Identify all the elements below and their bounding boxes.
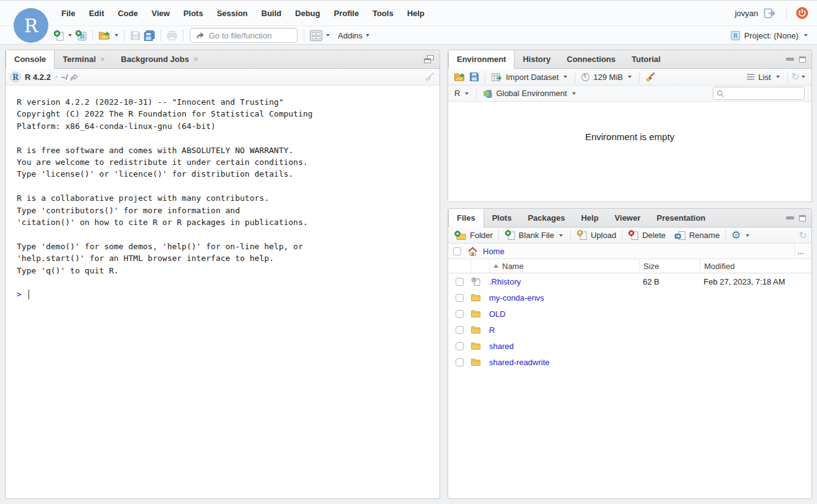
refresh-caret-icon[interactable] xyxy=(802,76,805,78)
select-all-checkbox[interactable] xyxy=(453,247,461,255)
addins-button[interactable]: Addins xyxy=(337,31,364,40)
environment-search-input[interactable] xyxy=(726,89,795,98)
new-file-icon[interactable] xyxy=(52,28,66,43)
username-label: jovyan xyxy=(735,9,758,18)
goto-file-search[interactable] xyxy=(190,28,298,43)
goto-file-input[interactable] xyxy=(209,31,289,40)
project-selector[interactable]: R Project: (None) xyxy=(730,30,810,41)
file-checkbox[interactable] xyxy=(456,326,464,334)
file-checkbox[interactable] xyxy=(456,310,464,318)
maximize-icon[interactable] xyxy=(799,215,806,221)
file-modified: Feb 27, 2023, 7:18 AM xyxy=(700,277,811,286)
folder-link[interactable]: shared-readwrite xyxy=(489,358,550,367)
folder-link[interactable]: R xyxy=(489,325,495,335)
tab-files[interactable]: Files xyxy=(448,209,484,228)
tab-packages[interactable]: Packages xyxy=(519,209,573,227)
file-checkbox[interactable] xyxy=(456,358,464,366)
upload-button[interactable]: Upload xyxy=(575,230,618,241)
tab-background-jobs-close-icon[interactable]: × xyxy=(193,55,198,64)
new-project-icon[interactable]: R xyxy=(74,28,89,43)
refresh-files-icon[interactable]: ↻ xyxy=(799,231,807,241)
new-file-caret-icon[interactable] xyxy=(68,34,72,37)
menu-plots[interactable]: Plots xyxy=(177,9,210,18)
menu-view[interactable]: View xyxy=(144,9,176,18)
tab-terminal-close-icon[interactable]: × xyxy=(100,55,105,64)
menu-debug[interactable]: Debug xyxy=(288,9,327,18)
memory-usage-button[interactable]: 129 MiB xyxy=(579,73,635,82)
menu-profile[interactable]: Profile xyxy=(327,9,365,18)
tab-tutorial[interactable]: Tutorial xyxy=(624,50,669,68)
save-icon xyxy=(128,28,142,43)
tab-help[interactable]: Help xyxy=(573,209,606,227)
dot-separator: · xyxy=(55,71,58,82)
logout-icon[interactable] xyxy=(764,8,777,19)
menu-help[interactable]: Help xyxy=(400,9,431,18)
folder-link[interactable]: my-conda-envs xyxy=(489,293,544,303)
file-checkbox[interactable] xyxy=(456,278,464,286)
refresh-environment-icon[interactable]: ↻ xyxy=(792,72,800,82)
console-prompt[interactable]: > xyxy=(17,288,439,300)
language-selector[interactable]: R xyxy=(453,89,472,98)
files-breadcrumb-row: Home ... xyxy=(448,244,811,259)
more-file-commands-button[interactable]: ⚙ xyxy=(730,230,753,241)
menu-session[interactable]: Session xyxy=(210,9,255,18)
new-folder-label: Folder xyxy=(470,231,493,240)
rename-button[interactable]: Rename xyxy=(673,231,722,241)
menu-edit[interactable]: Edit xyxy=(82,9,111,18)
save-workspace-icon[interactable] xyxy=(467,69,481,84)
power-button-icon[interactable] xyxy=(796,7,808,19)
list-view-icon xyxy=(746,73,755,81)
tab-presentation[interactable]: Presentation xyxy=(648,209,713,227)
file-checkbox[interactable] xyxy=(456,342,464,350)
files-tabstrip: Files Plots Packages Help Viewer Present… xyxy=(448,209,811,228)
delete-button[interactable]: Delete xyxy=(626,230,668,241)
blank-file-button[interactable]: Blank File xyxy=(503,230,567,241)
rename-label: Rename xyxy=(689,231,720,240)
menu-tools[interactable]: Tools xyxy=(366,9,400,18)
tab-environment[interactable]: Environment xyxy=(448,50,514,69)
environment-search[interactable] xyxy=(713,87,805,100)
minimize-icon[interactable] xyxy=(786,58,794,61)
tab-plots[interactable]: Plots xyxy=(484,209,520,227)
minimize-icon[interactable] xyxy=(786,216,794,219)
folder-link[interactable]: shared xyxy=(489,342,514,351)
environment-scope-selector[interactable]: Global Environment xyxy=(480,89,579,99)
maximize-restore-icon[interactable] xyxy=(424,55,434,63)
tab-terminal[interactable]: Terminal× xyxy=(55,50,113,68)
import-dataset-button[interactable]: Import Dataset xyxy=(489,73,571,82)
memory-gauge-icon xyxy=(581,73,590,82)
menu-code[interactable]: Code xyxy=(111,9,145,18)
tab-viewer[interactable]: Viewer xyxy=(607,209,649,227)
toolbar-separator xyxy=(161,30,161,42)
addins-grid-caret-icon[interactable] xyxy=(326,34,330,37)
column-header-name[interactable]: Name xyxy=(489,259,639,273)
save-all-icon[interactable] xyxy=(142,28,157,43)
new-folder-button[interactable]: Folder xyxy=(453,231,495,241)
menu-file[interactable]: File xyxy=(55,9,82,18)
files-panel: Files Plots Packages Help Viewer Present… xyxy=(448,208,812,499)
column-header-modified[interactable]: Modified xyxy=(700,259,811,273)
maximize-icon[interactable] xyxy=(799,56,806,63)
menu-build[interactable]: Build xyxy=(255,9,289,18)
column-header-size[interactable]: Size xyxy=(639,259,700,273)
addins-caret-icon[interactable] xyxy=(366,34,369,37)
tab-connections[interactable]: Connections xyxy=(559,50,624,68)
open-file-icon[interactable] xyxy=(97,28,113,43)
more-columns-button[interactable]: ... xyxy=(794,244,806,259)
load-workspace-icon[interactable] xyxy=(453,69,467,84)
tab-background-jobs[interactable]: Background Jobs× xyxy=(113,50,206,68)
view-mode-selector[interactable]: List xyxy=(744,73,783,82)
tab-history[interactable]: History xyxy=(514,50,559,68)
clear-objects-icon[interactable] xyxy=(643,69,657,84)
clear-console-icon[interactable] xyxy=(424,72,435,82)
breadcrumb-home-link[interactable]: Home xyxy=(483,247,505,256)
folder-link[interactable]: OLD xyxy=(489,309,506,319)
memory-usage-label: 129 MiB xyxy=(593,73,623,82)
addins-grid-icon[interactable] xyxy=(308,28,324,43)
toolbar-separator xyxy=(622,229,622,241)
file-link[interactable]: .Rhistory xyxy=(489,277,521,286)
file-checkbox[interactable] xyxy=(456,294,464,302)
goto-directory-icon[interactable] xyxy=(69,73,79,81)
tab-console[interactable]: Console xyxy=(6,50,55,69)
open-file-caret-icon[interactable] xyxy=(115,34,118,37)
